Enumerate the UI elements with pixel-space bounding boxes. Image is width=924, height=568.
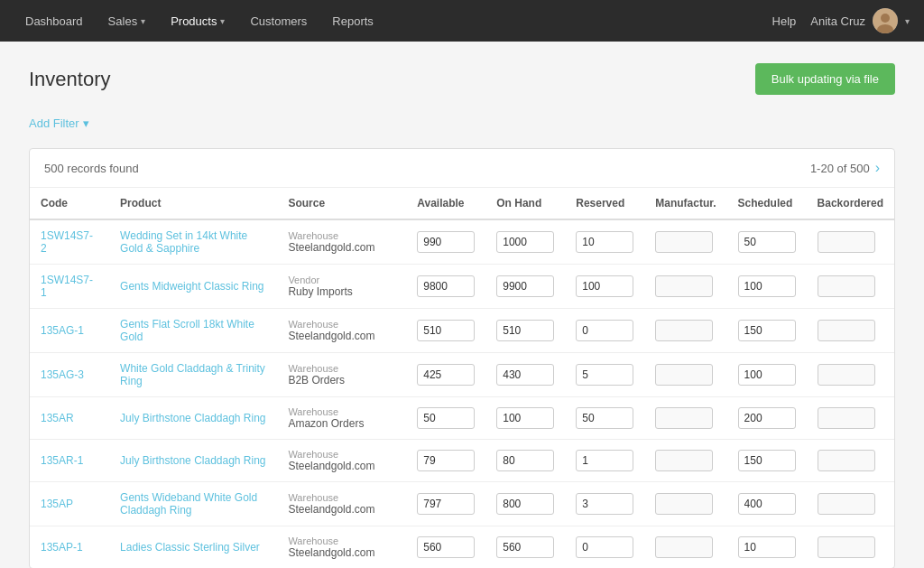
bulk-update-button[interactable]: Bulk updating via file xyxy=(755,63,895,95)
table-row: 135ARJuly Birthstone Claddagh RingWareho… xyxy=(30,397,894,440)
scheduled-input[interactable] xyxy=(738,493,796,515)
scheduled-input[interactable] xyxy=(738,320,796,341)
nav-label-reports: Reports xyxy=(332,14,374,28)
scheduled-input[interactable] xyxy=(738,407,796,429)
reserved-input[interactable] xyxy=(576,450,633,471)
nav-label-customers: Customers xyxy=(250,14,307,28)
nav-item-customers[interactable]: Customers xyxy=(239,0,318,42)
scheduled-input[interactable] xyxy=(738,536,796,558)
product-link[interactable]: Gents Midweight Classic Ring xyxy=(120,280,263,293)
backordered-input[interactable] xyxy=(818,231,875,253)
product-link[interactable]: White Gold Claddagh & Trinity Ring xyxy=(120,362,265,387)
source-name: Steelandgold.com xyxy=(288,546,395,559)
col-header-backordered: Backordered xyxy=(807,188,894,219)
available-input[interactable] xyxy=(417,493,475,515)
backordered-input[interactable] xyxy=(818,493,875,515)
source-type: Warehouse xyxy=(288,406,395,417)
onhand-input[interactable] xyxy=(496,493,554,515)
source-name: Steelandgold.com xyxy=(288,330,395,342)
backordered-input[interactable] xyxy=(818,364,875,386)
col-header-manufactur: Manufactur. xyxy=(644,188,726,219)
scheduled-input[interactable] xyxy=(738,275,796,297)
user-name: Anita Cruz xyxy=(810,14,865,28)
col-header-code: Code xyxy=(30,188,109,219)
manufactur-input[interactable] xyxy=(655,275,713,297)
onhand-input[interactable] xyxy=(496,231,554,253)
manufactur-input[interactable] xyxy=(655,407,713,429)
available-input[interactable] xyxy=(417,364,475,386)
products-dropdown-icon: ▾ xyxy=(220,16,225,26)
filter-bar: Add Filter ▾ xyxy=(29,113,895,134)
source-type: Warehouse xyxy=(288,535,395,546)
backordered-input[interactable] xyxy=(818,450,875,471)
product-link[interactable]: Gents Flat Scroll 18kt White Gold xyxy=(120,318,254,343)
available-input[interactable] xyxy=(417,320,475,341)
nav-item-products[interactable]: Products ▾ xyxy=(160,0,236,42)
product-link[interactable]: Wedding Set in 14kt White Gold & Sapphir… xyxy=(120,229,247,255)
code-link[interactable]: 135AR-1 xyxy=(41,454,83,467)
available-input[interactable] xyxy=(417,275,475,297)
code-link[interactable]: 135AP xyxy=(41,498,73,510)
code-link[interactable]: 1SW14S7-2 xyxy=(41,229,93,255)
navbar-right: Help Anita Cruz ▾ xyxy=(772,8,910,33)
manufactur-input[interactable] xyxy=(655,493,713,515)
available-input[interactable] xyxy=(417,450,475,471)
reserved-input[interactable] xyxy=(576,536,633,558)
available-input[interactable] xyxy=(417,536,475,558)
product-link[interactable]: Gents Wideband White Gold Claddagh Ring xyxy=(120,491,257,517)
manufactur-input[interactable] xyxy=(655,450,713,471)
nav-item-reports[interactable]: Reports xyxy=(321,0,384,42)
available-input[interactable] xyxy=(417,407,475,429)
col-header-onhand: On Hand xyxy=(485,188,565,219)
scheduled-input[interactable] xyxy=(738,231,796,253)
product-link[interactable]: July Birthstone Claddagh Ring xyxy=(120,412,265,424)
manufactur-input[interactable] xyxy=(655,320,713,341)
code-link[interactable]: 1SW14S7-1 xyxy=(41,274,93,299)
onhand-input[interactable] xyxy=(496,364,554,386)
scheduled-input[interactable] xyxy=(738,450,796,471)
user-menu[interactable]: Anita Cruz ▾ xyxy=(810,8,910,33)
nav-item-sales[interactable]: Sales ▾ xyxy=(97,0,157,42)
reserved-input[interactable] xyxy=(576,320,633,341)
inventory-table-container: 500 records found 1-20 of 500 › Code Pro… xyxy=(29,148,895,568)
onhand-input[interactable] xyxy=(496,407,554,429)
add-filter-button[interactable]: Add Filter ▾ xyxy=(29,113,89,134)
manufactur-input[interactable] xyxy=(655,231,713,253)
manufactur-input[interactable] xyxy=(655,364,713,386)
backordered-input[interactable] xyxy=(818,407,875,429)
onhand-input[interactable] xyxy=(496,536,554,558)
backordered-input[interactable] xyxy=(818,536,875,558)
sales-dropdown-icon: ▾ xyxy=(141,16,145,26)
backordered-input[interactable] xyxy=(818,320,875,341)
code-link[interactable]: 135AG-3 xyxy=(41,368,84,381)
nav-item-dashboard[interactable]: Dashboard xyxy=(14,0,94,42)
col-header-scheduled: Scheduled xyxy=(727,188,807,219)
product-link[interactable]: July Birthstone Claddagh Ring xyxy=(120,454,265,467)
manufactur-input[interactable] xyxy=(655,536,713,558)
table-header-row: Code Product Source Available On Hand Re… xyxy=(30,188,894,219)
nav-label-sales: Sales xyxy=(108,14,138,28)
available-input[interactable] xyxy=(417,231,475,253)
onhand-input[interactable] xyxy=(496,320,554,341)
source-name: Ruby Imports xyxy=(288,285,395,298)
reserved-input[interactable] xyxy=(576,364,633,386)
source-name: Amazon Orders xyxy=(288,417,395,430)
table-row: 135AG-3White Gold Claddagh & Trinity Rin… xyxy=(30,353,894,397)
col-header-reserved: Reserved xyxy=(565,188,644,219)
nav-label-dashboard: Dashboard xyxy=(25,14,83,28)
scheduled-input[interactable] xyxy=(738,364,796,386)
product-link[interactable]: Ladies Classic Sterling Silver xyxy=(120,541,260,554)
reserved-input[interactable] xyxy=(576,493,633,515)
pagination-next-button[interactable]: › xyxy=(875,160,880,176)
reserved-input[interactable] xyxy=(576,407,633,429)
backordered-input[interactable] xyxy=(818,275,875,297)
reserved-input[interactable] xyxy=(576,275,633,297)
onhand-input[interactable] xyxy=(496,275,554,297)
reserved-input[interactable] xyxy=(576,231,633,253)
onhand-input[interactable] xyxy=(496,450,554,471)
code-link[interactable]: 135AP-1 xyxy=(41,541,83,554)
code-link[interactable]: 135AG-1 xyxy=(41,324,84,337)
help-link[interactable]: Help xyxy=(772,14,797,28)
code-link[interactable]: 135AR xyxy=(41,412,74,424)
col-header-available: Available xyxy=(406,188,485,219)
